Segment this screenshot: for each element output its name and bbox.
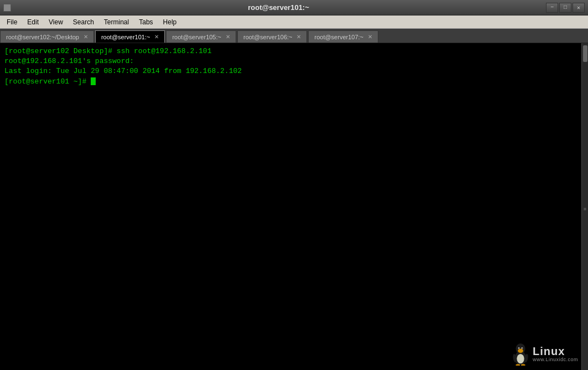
tab-tab2[interactable]: root@server101:~✕ bbox=[95, 30, 165, 43]
menu-item-terminal[interactable]: Terminal bbox=[100, 17, 133, 27]
tab-tab1[interactable]: root@server102:~/Desktop✕ bbox=[0, 30, 94, 43]
tab-label: root@server101:~ bbox=[101, 34, 150, 40]
tab-close-icon[interactable]: ✕ bbox=[295, 34, 302, 40]
svg-point-1 bbox=[517, 354, 524, 363]
watermark: Linux www.Linuxidc.com bbox=[511, 342, 578, 366]
tab-label: root@server105:~ bbox=[172, 34, 221, 40]
scrollbar-thumb[interactable] bbox=[583, 45, 587, 62]
tab-tab5[interactable]: root@server107:~✕ bbox=[308, 30, 378, 43]
terminal-area[interactable]: ≡ [root@server102 Desktop]# ssh root@192… bbox=[0, 43, 588, 370]
svg-point-7 bbox=[522, 348, 522, 348]
titlebar: root@server101:~ − □ ✕ bbox=[0, 0, 588, 15]
terminal-line-0: [root@server102 Desktop]# ssh root@192.1… bbox=[4, 46, 584, 56]
terminal-line-2: Last login: Tue Jul 29 08:47:00 2014 fro… bbox=[4, 66, 584, 76]
menu-item-tabs[interactable]: Tabs bbox=[134, 17, 157, 27]
tab-close-icon[interactable]: ✕ bbox=[225, 34, 231, 40]
menubar: FileEditViewSearchTerminalTabsHelp bbox=[0, 15, 588, 29]
maximize-button[interactable]: □ bbox=[559, 3, 571, 13]
menu-item-edit[interactable]: Edit bbox=[23, 17, 43, 27]
menu-item-view[interactable]: View bbox=[44, 17, 67, 27]
terminal-output: [root@server102 Desktop]# ssh root@192.1… bbox=[4, 46, 584, 87]
menu-item-help[interactable]: Help bbox=[159, 17, 181, 27]
scrollbar[interactable]: ≡ bbox=[581, 43, 588, 370]
watermark-text: Linux www.Linuxidc.com bbox=[533, 346, 578, 362]
tabsbar: root@server102:~/Desktop✕root@server101:… bbox=[0, 29, 588, 43]
titlebar-left bbox=[3, 4, 11, 12]
terminal-cursor bbox=[91, 77, 96, 85]
tab-close-icon[interactable]: ✕ bbox=[82, 34, 89, 40]
menu-item-search[interactable]: Search bbox=[69, 17, 98, 27]
terminal-line-1: root@192.168.2.101's password: bbox=[4, 56, 584, 66]
minimize-button[interactable]: − bbox=[546, 3, 558, 13]
svg-point-6 bbox=[519, 348, 519, 348]
window-title: root@server101:~ bbox=[11, 3, 546, 12]
app-icon bbox=[3, 4, 11, 12]
tab-label: root@server107:~ bbox=[314, 34, 363, 40]
tab-close-icon[interactable]: ✕ bbox=[153, 34, 160, 40]
watermark-sub: www.Linuxidc.com bbox=[533, 357, 578, 362]
tab-tab3[interactable]: root@server105:~✕ bbox=[166, 30, 236, 43]
svg-point-3 bbox=[518, 348, 523, 353]
close-button[interactable]: ✕ bbox=[573, 3, 585, 13]
terminal-line-3: [root@server101 ~]# bbox=[4, 77, 584, 87]
tab-tab4[interactable]: root@server106:~✕ bbox=[237, 30, 308, 43]
menu-item-file[interactable]: File bbox=[2, 17, 22, 27]
tux-icon bbox=[511, 342, 530, 366]
tab-label: root@server102:~/Desktop bbox=[6, 34, 79, 40]
window-controls: − □ ✕ bbox=[546, 3, 585, 13]
scroll-indicator: ≡ bbox=[582, 207, 588, 212]
tab-label: root@server106:~ bbox=[243, 34, 293, 40]
watermark-linux: Linux bbox=[533, 346, 565, 357]
tab-close-icon[interactable]: ✕ bbox=[367, 34, 373, 40]
